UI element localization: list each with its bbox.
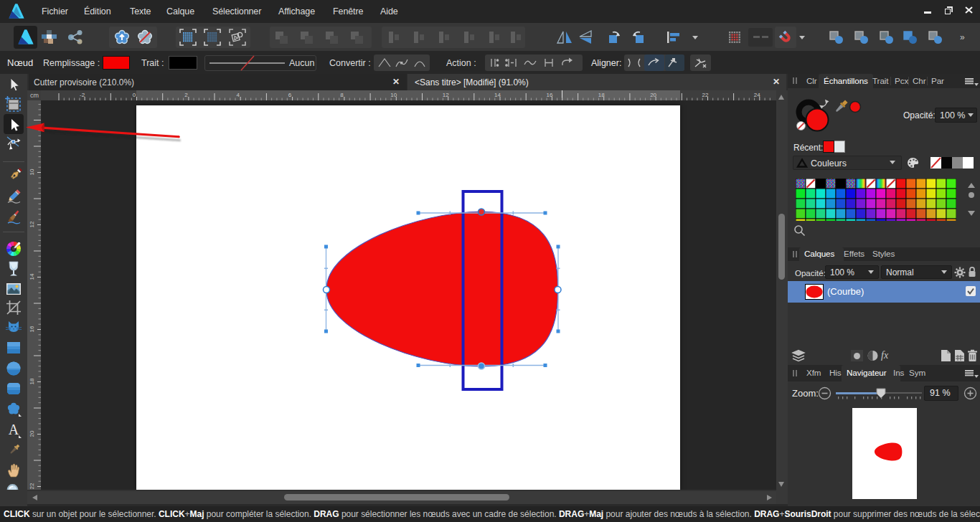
svg-text:14: 14 xyxy=(494,92,501,98)
svg-text:22: 22 xyxy=(702,92,709,98)
svg-text:8: 8 xyxy=(340,92,344,98)
svg-text:12: 12 xyxy=(443,92,449,98)
svg-text:24: 24 xyxy=(754,92,760,98)
svg-text:10: 10 xyxy=(390,92,397,98)
svg-text:22: 22 xyxy=(29,483,35,489)
svg-text:18: 18 xyxy=(29,378,35,384)
svg-text:4: 4 xyxy=(236,92,240,98)
svg-text:16: 16 xyxy=(29,326,35,332)
svg-text:6: 6 xyxy=(288,92,292,98)
svg-text:20: 20 xyxy=(29,430,35,437)
svg-text:14: 14 xyxy=(29,273,35,280)
svg-text:18: 18 xyxy=(598,92,605,98)
svg-text:A: A xyxy=(9,422,19,437)
svg-text:20: 20 xyxy=(650,92,656,98)
svg-text:16: 16 xyxy=(546,92,552,98)
svg-text:12: 12 xyxy=(29,221,35,227)
